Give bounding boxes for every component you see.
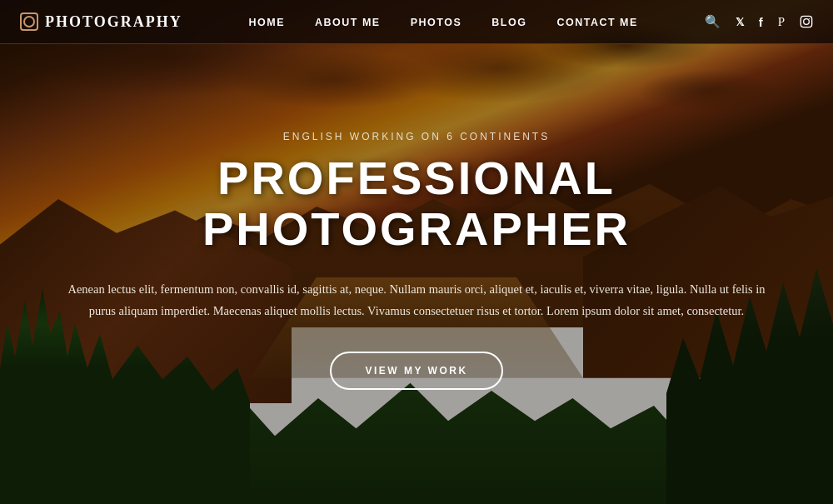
- nav-item-photos[interactable]: PHOTOS: [411, 14, 462, 29]
- hero-subtitle: ENGLISH WORKING ON 6 CONTINENTS: [33, 131, 800, 142]
- facebook-icon[interactable]: f: [759, 15, 763, 29]
- brand-name: PHOTOGRAPHY: [45, 13, 182, 31]
- nav-link-photos[interactable]: PHOTOS: [411, 17, 462, 28]
- nav-item-about[interactable]: ABOUT ME: [315, 14, 381, 29]
- instagram-icon[interactable]: [800, 15, 813, 28]
- search-icon[interactable]: 🔍: [705, 14, 721, 29]
- hero-content: ENGLISH WORKING ON 6 CONTINENTS PROFESSI…: [0, 131, 833, 390]
- nav-links: HOME ABOUT ME PHOTOS BLOG CONTACT ME: [249, 14, 638, 29]
- navbar: PHOTOGRAPHY HOME ABOUT ME PHOTOS BLOG CO…: [0, 0, 833, 44]
- nav-item-blog[interactable]: BLOG: [491, 14, 526, 29]
- svg-point-2: [809, 18, 810, 19]
- twitter-icon[interactable]: 𝕏: [736, 16, 744, 28]
- nav-social-icons: 🔍 𝕏 f P: [705, 14, 813, 29]
- hero-title: PROFESSIONAL PHOTOGRAPHER: [33, 152, 800, 255]
- camera-icon: [20, 12, 38, 31]
- nav-link-contact[interactable]: CONTACT ME: [556, 17, 637, 28]
- nav-link-blog[interactable]: BLOG: [491, 17, 526, 28]
- nav-link-home[interactable]: HOME: [249, 17, 286, 28]
- view-work-button[interactable]: VIEW MY WORK: [330, 352, 502, 390]
- nav-link-about[interactable]: ABOUT ME: [315, 17, 381, 28]
- pinterest-icon[interactable]: P: [778, 15, 785, 29]
- hero-section: ENGLISH WORKING ON 6 CONTINENTS PROFESSI…: [0, 0, 833, 504]
- nav-item-contact[interactable]: CONTACT ME: [556, 14, 637, 29]
- svg-rect-0: [801, 16, 811, 27]
- svg-point-1: [804, 19, 810, 25]
- hero-description: Aenean lectus elit, fermentum non, conva…: [54, 278, 779, 322]
- brand-logo[interactable]: PHOTOGRAPHY: [20, 12, 182, 31]
- nav-item-home[interactable]: HOME: [249, 14, 286, 29]
